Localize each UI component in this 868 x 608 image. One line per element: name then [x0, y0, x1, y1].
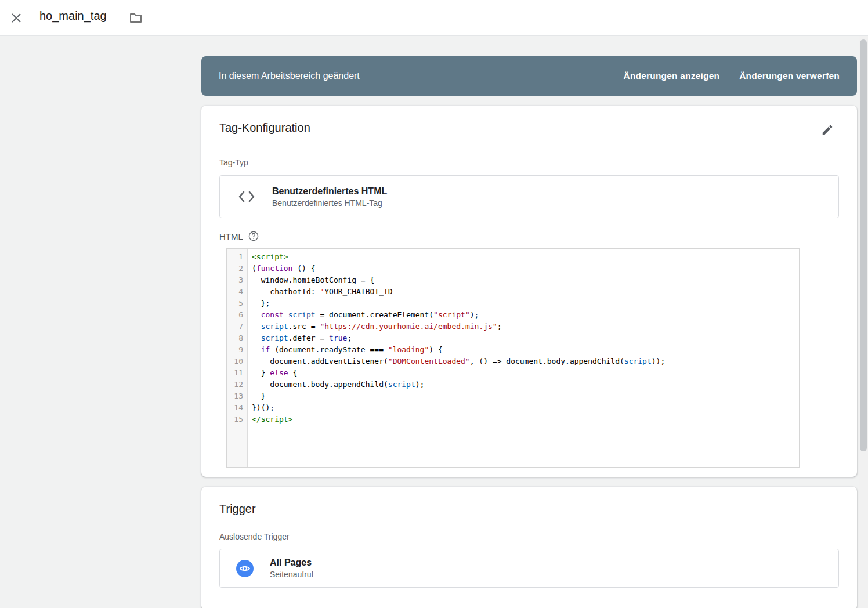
line-number: 5 [227, 298, 248, 309]
scrollbar-thumb[interactable] [860, 39, 867, 451]
folder-icon [129, 13, 142, 23]
code-line-content: } else { [248, 367, 297, 379]
code-editor-lines: 1<script>2(function () {3 window.homieBo… [227, 249, 799, 425]
code-line[interactable]: 15</script> [227, 414, 799, 425]
banner-message: In diesem Arbeitsbereich geändert [219, 71, 360, 81]
code-line[interactable]: 12 document.body.appendChild(script); [227, 379, 799, 390]
code-line-content: script.src = "https://cdn.yourhomie.ai/e… [248, 321, 502, 332]
code-brackets-icon [236, 190, 257, 203]
trigger-item-type: Seitenaufruf [270, 569, 314, 580]
code-line[interactable]: 10 document.addEventListener("DOMContent… [227, 356, 799, 367]
edit-tag-button[interactable] [816, 118, 839, 142]
line-number: 7 [227, 321, 248, 332]
tag-type-name: Benutzerdefiniertes HTML [272, 185, 387, 197]
html-field-label: HTML [219, 231, 243, 241]
tag-configuration-header: Tag-Konfiguration [219, 121, 839, 142]
code-line[interactable]: 3 window.homieBotConfig = { [227, 274, 799, 286]
firing-triggers-label: Auslösende Trigger [219, 532, 839, 541]
code-line-content: window.homieBotConfig = { [248, 274, 374, 286]
code-line-content: chatbotId: 'YOUR_CHATBOT_ID [248, 286, 393, 298]
code-line-content: <script> [248, 251, 288, 263]
code-line-content: document.addEventListener("DOMContentLoa… [248, 356, 665, 367]
tag-name-field[interactable]: ho_main_tag [38, 8, 121, 27]
trigger-item-name: All Pages [270, 556, 314, 569]
main-content: In diesem Arbeitsbereich geändert Änderu… [201, 56, 857, 608]
line-number: 3 [227, 274, 248, 286]
code-line[interactable]: 9 if (document.readyState === "loading")… [227, 344, 799, 356]
line-number: 11 [227, 367, 248, 379]
code-editor[interactable]: 1<script>2(function () {3 window.homieBo… [226, 248, 800, 468]
trigger-title: Trigger [219, 502, 256, 516]
discard-changes-button[interactable]: Änderungen verwerfen [739, 71, 840, 81]
line-number: 12 [227, 379, 248, 390]
code-line[interactable]: 2(function () { [227, 263, 799, 274]
code-line[interactable]: 11 } else { [227, 367, 799, 379]
tag-type-label: Tag-Typ [219, 158, 839, 167]
code-line-content: } [248, 390, 265, 402]
tag-configuration-card: Tag-Konfiguration Tag-Typ Benutzerdefini… [201, 106, 857, 477]
show-changes-button[interactable]: Änderungen anzeigen [623, 71, 719, 81]
code-line[interactable]: 4 chatbotId: 'YOUR_CHATBOT_ID [227, 286, 799, 298]
tag-type-box[interactable]: Benutzerdefiniertes HTML Benutzerdefinie… [219, 175, 839, 218]
code-line[interactable]: 1<script> [227, 251, 799, 263]
code-line-content: if (document.readyState === "loading") { [248, 344, 443, 356]
line-number: 15 [227, 414, 248, 425]
line-number: 13 [227, 390, 248, 402]
code-line[interactable]: 6 const script = document.createElement(… [227, 309, 799, 321]
code-line[interactable]: 5 }; [227, 298, 799, 309]
code-line-content: script.defer = true; [248, 332, 352, 344]
pencil-icon [821, 124, 834, 136]
trigger-card: Trigger Auslösende Trigger All Pages Sei… [201, 487, 857, 608]
pageview-eye-icon [236, 560, 254, 577]
line-number: 4 [227, 286, 248, 298]
tag-configuration-title: Tag-Konfiguration [219, 121, 310, 135]
trigger-item-text: All Pages Seitenaufruf [270, 556, 314, 580]
html-field-row: HTML [219, 231, 839, 241]
trigger-header: Trigger [219, 502, 839, 516]
line-number: 14 [227, 402, 248, 414]
code-line[interactable]: 13 } [227, 390, 799, 402]
line-number: 1 [227, 251, 248, 263]
code-line-content: </script> [248, 414, 292, 425]
code-line-content: const script = document.createElement("s… [248, 309, 479, 321]
code-line[interactable]: 8 script.defer = true; [227, 332, 799, 344]
line-number: 8 [227, 332, 248, 344]
tag-type-desc: Benutzerdefiniertes HTML-Tag [272, 197, 387, 209]
banner-actions: Änderungen anzeigen Änderungen verwerfen [623, 71, 840, 81]
line-number: 9 [227, 344, 248, 356]
line-number: 10 [227, 356, 248, 367]
code-line[interactable]: 14})(); [227, 402, 799, 414]
code-line-content: document.body.appendChild(script); [248, 379, 424, 390]
trigger-item-all-pages[interactable]: All Pages Seitenaufruf [219, 549, 839, 588]
topbar: ho_main_tag [0, 0, 868, 36]
close-button[interactable] [5, 6, 28, 30]
workspace-changed-banner: In diesem Arbeitsbereich geändert Änderu… [201, 56, 857, 96]
code-line-content: })(); [248, 402, 274, 414]
help-icon[interactable] [248, 231, 259, 241]
line-number: 2 [227, 263, 248, 274]
tag-type-text: Benutzerdefiniertes HTML Benutzerdefinie… [272, 185, 387, 209]
code-line-content: }; [248, 298, 270, 309]
vertical-scrollbar[interactable] [859, 36, 868, 608]
code-line-content: (function () { [248, 263, 316, 274]
code-line[interactable]: 7 script.src = "https://cdn.yourhomie.ai… [227, 321, 799, 332]
folder-button[interactable] [124, 6, 147, 30]
line-number: 6 [227, 309, 248, 321]
close-icon [10, 12, 22, 24]
